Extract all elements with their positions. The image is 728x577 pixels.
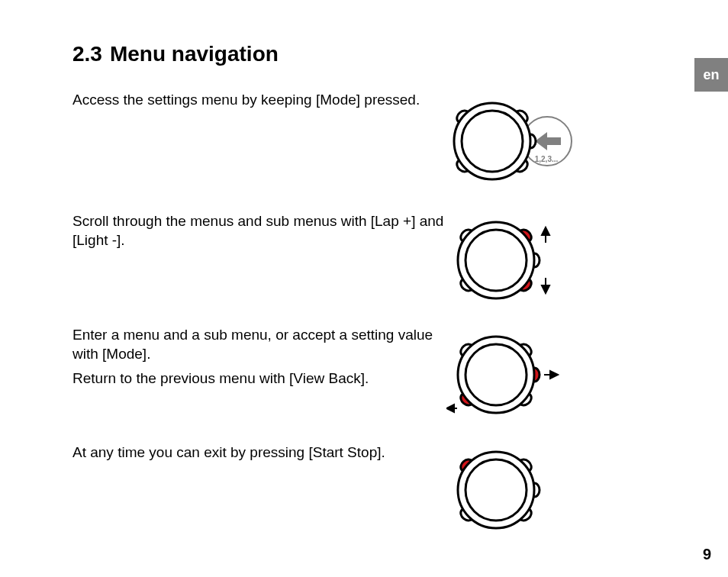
paragraph: Enter a menu and a sub menu, or accept a… bbox=[72, 326, 446, 363]
svg-point-17 bbox=[465, 230, 527, 291]
instruction-text: Access the settings menu by keeping [Mod… bbox=[72, 88, 446, 116]
instruction-text: At any time you can exit by pressing [St… bbox=[72, 440, 446, 469]
section-title: Menu navigation bbox=[110, 42, 279, 66]
page-number: 9 bbox=[703, 546, 711, 563]
paragraph: Return to the previous menu with [View B… bbox=[72, 369, 446, 388]
instruction-row: Scroll through the menus and sub menus w… bbox=[72, 209, 660, 312]
watch-diagram-hold-mode: 1,2,3... bbox=[446, 88, 584, 198]
language-tab: en bbox=[694, 58, 728, 92]
instruction-text: Enter a menu and a sub menu, or accept a… bbox=[72, 323, 446, 395]
watch-diagram-enter-back bbox=[446, 323, 584, 430]
svg-marker-19 bbox=[542, 227, 549, 235]
paragraph: Scroll through the menus and sub menus w… bbox=[72, 212, 446, 250]
svg-point-28 bbox=[465, 344, 527, 405]
section-number: 2.3 bbox=[72, 42, 102, 66]
paragraph: Access the settings menu by keeping [Mod… bbox=[72, 91, 446, 110]
page-content: 2.3Menu navigation Access the settings m… bbox=[72, 42, 660, 550]
hold-label: 1,2,3... bbox=[535, 155, 559, 163]
watch-diagram-exit bbox=[446, 440, 584, 540]
svg-point-39 bbox=[465, 459, 527, 521]
instruction-text: Scroll through the menus and sub menus w… bbox=[72, 209, 446, 256]
svg-marker-32 bbox=[446, 405, 454, 412]
instruction-row: Access the settings menu by keeping [Mod… bbox=[72, 88, 660, 198]
paragraph: At any time you can exit by pressing [St… bbox=[72, 443, 446, 463]
svg-point-10 bbox=[462, 111, 523, 172]
svg-marker-30 bbox=[550, 371, 558, 379]
watch-diagram-scroll bbox=[446, 209, 584, 312]
instruction-row: Enter a menu and a sub menu, or accept a… bbox=[72, 323, 660, 430]
svg-marker-21 bbox=[542, 285, 549, 293]
section-heading: 2.3Menu navigation bbox=[72, 42, 660, 66]
instruction-row: At any time you can exit by pressing [St… bbox=[72, 440, 660, 540]
